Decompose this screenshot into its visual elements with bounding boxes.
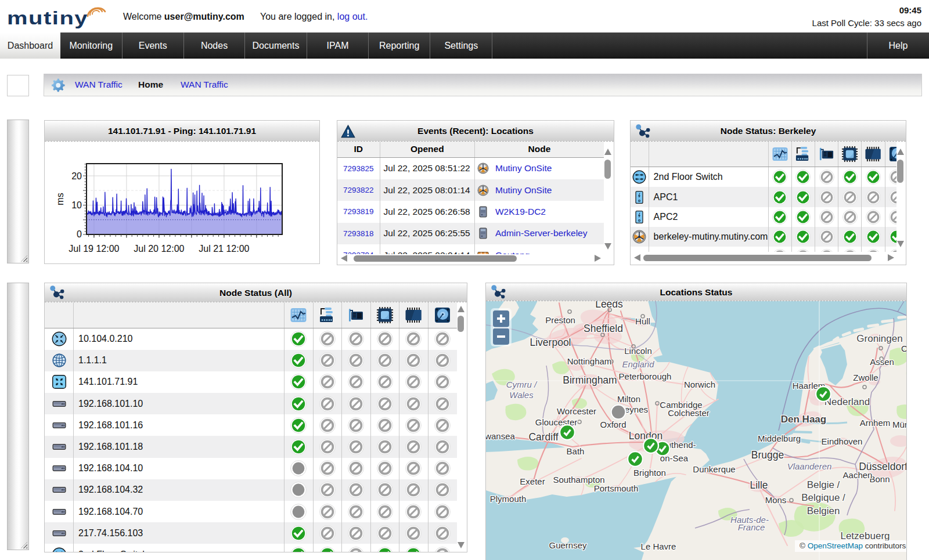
svg-text:ms: ms: [55, 193, 65, 205]
svg-text:Oldenburg: Oldenburg: [901, 344, 906, 353]
svg-text:Wales: Wales: [509, 390, 534, 400]
svg-text:Brighton: Brighton: [633, 468, 666, 478]
svg-text:Leeds: Leeds: [595, 301, 623, 310]
svg-text:Colchester: Colchester: [668, 408, 710, 418]
svg-text:Plymouth: Plymouth: [490, 494, 527, 504]
svg-text:Jul 20 12:00: Jul 20 12:00: [134, 244, 184, 254]
svg-text:Jul 21 12:00: Jul 21 12:00: [199, 244, 249, 254]
svg-text:Guernsey: Guernsey: [549, 540, 587, 550]
svg-text:Zwolle: Zwolle: [853, 373, 878, 382]
svg-text:Eindhoven: Eindhoven: [822, 436, 863, 446]
svg-text:Brugge: Brugge: [751, 449, 784, 461]
svg-text:Le Havre: Le Havre: [641, 541, 676, 551]
svg-text:Hull: Hull: [635, 316, 650, 326]
svg-text:Middelburg: Middelburg: [758, 433, 801, 443]
svg-text:Peterborough: Peterborough: [619, 371, 672, 381]
svg-text:0: 0: [77, 229, 82, 239]
svg-text:Milton: Milton: [617, 394, 640, 404]
svg-text:Belgien: Belgien: [807, 505, 840, 516]
svg-text:Lincoln: Lincoln: [624, 346, 652, 356]
svg-text:20: 20: [71, 171, 82, 181]
svg-text:Nederland: Nederland: [824, 396, 870, 407]
svg-text:Nottingham: Nottingham: [567, 356, 612, 366]
svg-text:Worcester: Worcester: [557, 406, 596, 416]
svg-text:Münster: Münster: [892, 420, 906, 429]
svg-text:Jul 19 12:00: Jul 19 12:00: [69, 244, 119, 254]
svg-text:Den Haag: Den Haag: [781, 414, 826, 425]
svg-text:France: France: [738, 522, 765, 532]
svg-text:Vlaanderen: Vlaanderen: [787, 461, 832, 471]
svg-text:Düsseldorf: Düsseldorf: [859, 461, 906, 472]
svg-text:Cardiff: Cardiff: [528, 431, 558, 443]
svg-text:Exeter: Exeter: [520, 476, 545, 486]
svg-text:Sheffield: Sheffield: [584, 323, 623, 334]
svg-text:Assen: Assen: [870, 357, 894, 367]
svg-text:Letzebuerg: Letzebuerg: [840, 530, 890, 541]
svg-text:© OpenStreetMap contributors: © OpenStreetMap contributors: [800, 541, 906, 550]
svg-text:Portsmouth: Portsmouth: [594, 483, 639, 493]
svg-text:Preston: Preston: [545, 315, 575, 325]
svg-text:Bonn: Bonn: [869, 474, 890, 484]
svg-text:Cymru /: Cymru /: [506, 380, 538, 389]
svg-text:Mons: Mons: [765, 495, 787, 505]
svg-text:Birmingham: Birmingham: [563, 374, 617, 386]
svg-text:Swansea: Swansea: [486, 431, 516, 441]
svg-text:10: 10: [71, 200, 82, 210]
svg-text:Bath: Bath: [567, 446, 585, 456]
svg-text:Arnhem: Arnhem: [860, 418, 891, 428]
svg-text:Norwich: Norwich: [684, 380, 715, 389]
svg-text:Groningen: Groningen: [856, 333, 902, 344]
svg-text:Belgique /: Belgique /: [801, 492, 845, 503]
svg-text:England: England: [622, 359, 654, 369]
svg-text:Lille: Lille: [750, 479, 768, 491]
svg-text:Belgie /: Belgie /: [807, 479, 840, 490]
svg-text:Liverpool: Liverpool: [530, 337, 571, 348]
svg-text:Dunkerque: Dunkerque: [693, 464, 735, 474]
svg-text:Oxford: Oxford: [600, 420, 626, 429]
